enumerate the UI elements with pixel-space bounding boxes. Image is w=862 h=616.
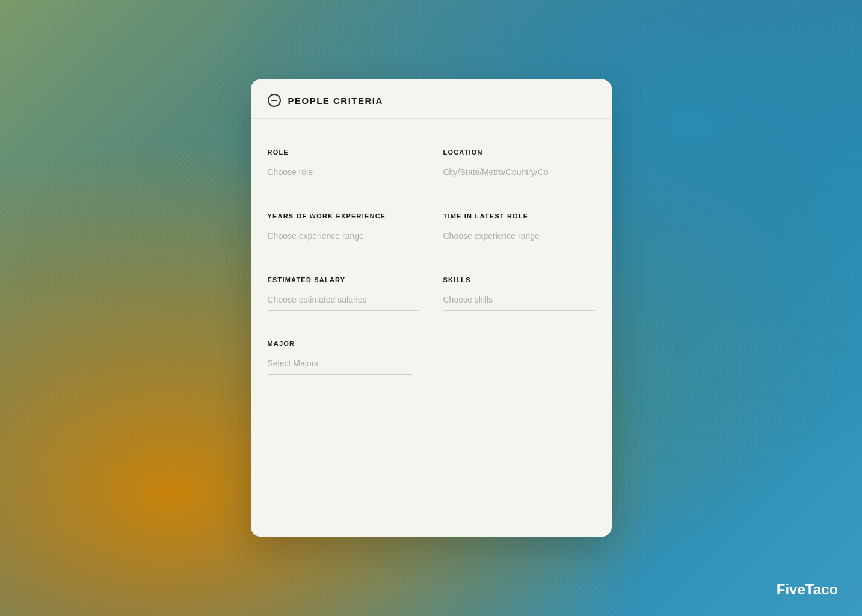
time-latest-role-label: TIME IN LATEST ROLE bbox=[443, 212, 595, 220]
people-criteria-card: PEOPLE CRITERIA ROLE LOCATION YEARS OF W… bbox=[251, 79, 612, 537]
estimated-salary-input[interactable] bbox=[268, 295, 419, 311]
logo-text-part2: Taco bbox=[805, 581, 838, 597]
field-group-location: LOCATION bbox=[431, 137, 595, 200]
field-group-role: ROLE bbox=[268, 137, 431, 200]
field-group-estimated-salary: ESTIMATED SALARY bbox=[268, 264, 431, 328]
fivetaco-logo: FiveTaco bbox=[777, 581, 838, 598]
location-label: LOCATION bbox=[443, 149, 595, 156]
field-group-major: MAJOR bbox=[268, 328, 595, 392]
field-group-years-experience: YEARS OF WORK EXPERIENCE bbox=[268, 200, 431, 264]
major-label: MAJOR bbox=[268, 340, 595, 347]
skills-input[interactable] bbox=[443, 295, 595, 311]
card-body: ROLE LOCATION YEARS OF WORK EXPERIENCE T… bbox=[251, 119, 612, 413]
card-header: PEOPLE CRITERIA bbox=[251, 79, 612, 119]
skills-label: SKILLS bbox=[443, 276, 595, 283]
role-label: ROLE bbox=[268, 149, 419, 156]
minus-circle-icon[interactable] bbox=[268, 94, 281, 107]
major-input[interactable] bbox=[268, 359, 412, 375]
years-experience-label: YEARS OF WORK EXPERIENCE bbox=[268, 212, 419, 220]
time-latest-role-input[interactable] bbox=[443, 231, 595, 247]
card-title: PEOPLE CRITERIA bbox=[288, 96, 383, 106]
field-group-skills: SKILLS bbox=[431, 264, 595, 328]
field-group-time-latest-role: TIME IN LATEST ROLE bbox=[431, 200, 595, 264]
years-experience-input[interactable] bbox=[268, 231, 419, 247]
logo-text-part1: Five bbox=[777, 581, 805, 597]
role-input[interactable] bbox=[268, 167, 419, 183]
fields-grid: ROLE LOCATION YEARS OF WORK EXPERIENCE T… bbox=[268, 137, 595, 392]
location-input[interactable] bbox=[443, 167, 595, 183]
estimated-salary-label: ESTIMATED SALARY bbox=[268, 276, 419, 283]
